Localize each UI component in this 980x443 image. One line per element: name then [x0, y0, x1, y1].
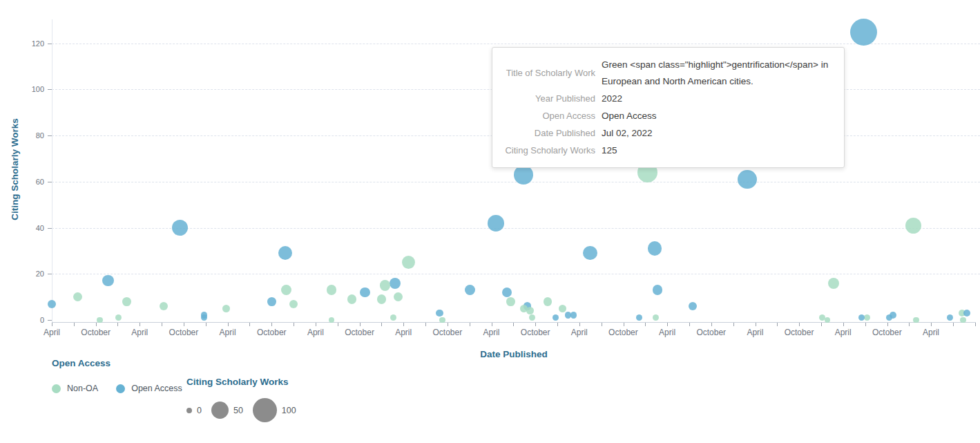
- size-legend-label: 100: [282, 406, 296, 415]
- data-point-bubble[interactable]: [864, 314, 870, 321]
- x-tick-mark: [403, 323, 404, 326]
- y-gridline: [52, 274, 980, 274]
- data-point-bubble[interactable]: [172, 220, 188, 236]
- data-point-bubble[interactable]: [947, 314, 953, 321]
- x-tick-label: October: [160, 328, 208, 337]
- x-tick-mark: [294, 323, 294, 326]
- x-tick-label: April: [28, 328, 76, 337]
- data-point-bubble[interactable]: [122, 297, 131, 306]
- data-point-bubble[interactable]: [436, 310, 443, 317]
- data-point-bubble[interactable]: [102, 275, 113, 286]
- scatter-chart: 020406080100120 AprilOctoberAprilOctober…: [0, 0, 980, 443]
- legend-item-open-access[interactable]: Open Access: [116, 384, 182, 393]
- size-legend: Citing Scholarly Works 050100: [186, 377, 296, 422]
- data-point-bubble[interactable]: [828, 278, 839, 289]
- y-tick-label: 100: [17, 85, 44, 93]
- data-point-bubble[interactable]: [648, 241, 662, 256]
- y-tick-label: 120: [17, 39, 44, 48]
- data-point-bubble[interactable]: [465, 285, 475, 295]
- tooltip-field-label: Year Published: [501, 93, 602, 105]
- data-point-bubble[interactable]: [73, 292, 83, 302]
- x-tick-label: October: [72, 328, 120, 337]
- data-point-bubble[interactable]: [526, 307, 534, 314]
- x-tick-mark: [624, 323, 624, 326]
- x-tick-mark: [821, 323, 822, 326]
- legend-item-non-oa[interactable]: Non-OA: [52, 384, 98, 393]
- y-tick-mark: [48, 44, 52, 44]
- data-point-bubble[interactable]: [115, 314, 122, 321]
- tooltip-row: Title of Scholarly WorkGreen <span class…: [501, 57, 833, 90]
- data-point-bubble[interactable]: [347, 294, 356, 303]
- data-point-bubble[interactable]: [439, 317, 445, 323]
- x-tick-mark: [360, 323, 361, 326]
- data-point-bubble[interactable]: [738, 170, 757, 189]
- size-legend-circle: [253, 398, 277, 422]
- data-point-bubble[interactable]: [905, 218, 921, 234]
- data-point-bubble[interactable]: [502, 288, 512, 298]
- data-point-bubble[interactable]: [380, 280, 391, 291]
- data-point-bubble[interactable]: [281, 285, 291, 295]
- data-point-bubble[interactable]: [97, 317, 103, 323]
- data-point-bubble[interactable]: [689, 302, 697, 310]
- data-point-bubble[interactable]: [886, 314, 892, 321]
- tooltip-field-value: 125: [602, 142, 617, 159]
- data-point-bubble[interactable]: [160, 302, 168, 310]
- x-axis-title: Date Published: [52, 349, 976, 359]
- data-point-bubble[interactable]: [48, 300, 56, 308]
- y-tick-mark: [48, 182, 52, 182]
- data-point-bubble[interactable]: [390, 278, 401, 289]
- data-point-bubble[interactable]: [506, 297, 515, 306]
- data-point-bubble[interactable]: [653, 285, 663, 295]
- size-legend-item-50: 50: [211, 402, 243, 419]
- data-point-bubble[interactable]: [390, 314, 396, 321]
- data-point-bubble[interactable]: [570, 312, 577, 319]
- data-point-bubble[interactable]: [201, 314, 207, 321]
- tooltip-field-value: 2022: [602, 90, 622, 107]
- x-tick-mark: [843, 323, 844, 326]
- data-point-bubble[interactable]: [636, 314, 642, 321]
- data-point-bubble[interactable]: [360, 288, 370, 298]
- y-tick-mark: [48, 228, 52, 229]
- x-tick-label: April: [468, 328, 516, 337]
- data-point-bubble[interactable]: [960, 317, 966, 323]
- legend-item-label: Open Access: [131, 384, 182, 393]
- y-tick-mark: [48, 274, 52, 274]
- data-point-bubble[interactable]: [850, 19, 877, 46]
- y-tick-label: 60: [17, 178, 44, 186]
- data-point-bubble[interactable]: [377, 294, 386, 303]
- tooltip-field-label: Citing Scholarly Works: [501, 144, 602, 157]
- size-legend-circle: [186, 408, 192, 413]
- tooltip-field-value: Open Access: [602, 107, 657, 124]
- y-tick-label: 40: [17, 224, 44, 232]
- data-point-bubble[interactable]: [913, 317, 919, 323]
- data-point-bubble[interactable]: [559, 305, 566, 312]
- size-legend-label: 50: [233, 406, 243, 415]
- data-point-bubble[interactable]: [394, 292, 403, 302]
- data-point-bubble[interactable]: [583, 246, 597, 260]
- data-point-bubble[interactable]: [553, 314, 559, 321]
- data-point-bubble[interactable]: [858, 314, 865, 321]
- tooltip-field-value: Jul 02, 2022: [602, 124, 653, 142]
- data-point-bubble[interactable]: [963, 310, 970, 317]
- x-tick-label: October: [863, 328, 911, 337]
- x-tick-mark: [117, 323, 118, 326]
- x-tick-mark: [425, 323, 426, 326]
- data-point-bubble[interactable]: [327, 285, 337, 295]
- data-point-bubble[interactable]: [544, 297, 553, 306]
- data-point-bubble[interactable]: [402, 256, 415, 269]
- x-tick-mark: [316, 323, 316, 326]
- y-tick-label: 0: [17, 316, 44, 324]
- y-gridline: [52, 44, 980, 44]
- x-tick-mark: [909, 323, 910, 326]
- data-point-bubble[interactable]: [267, 297, 276, 306]
- data-point-bubble[interactable]: [289, 300, 298, 308]
- x-tick-mark: [470, 323, 470, 326]
- data-point-bubble[interactable]: [529, 314, 535, 321]
- x-tick-mark: [799, 323, 800, 326]
- x-tick-mark: [338, 323, 338, 326]
- data-point-bubble[interactable]: [278, 246, 292, 260]
- data-point-bubble[interactable]: [488, 215, 504, 232]
- data-point-bubble[interactable]: [653, 314, 659, 321]
- y-tick-label: 20: [17, 270, 44, 278]
- data-point-bubble[interactable]: [222, 305, 230, 312]
